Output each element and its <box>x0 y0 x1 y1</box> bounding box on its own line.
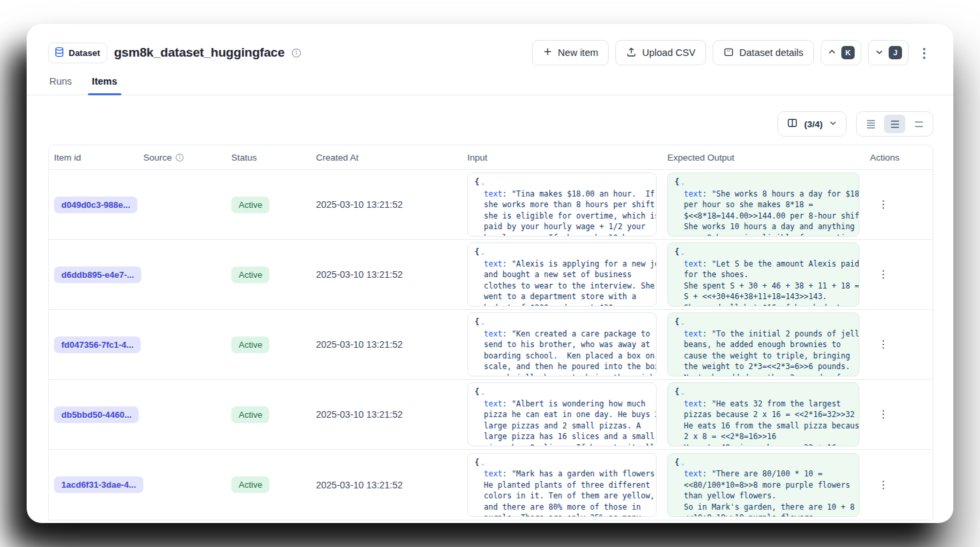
json-line: clothes to wear to the interview. She <box>475 280 649 292</box>
column-header-source[interactable]: Source <box>138 153 226 163</box>
json-colon: : <box>703 259 712 269</box>
json-line: So in Mark's garden, there are 10 + 8 = <box>675 502 852 513</box>
upload-csv-button[interactable]: Upload CSV <box>615 40 706 65</box>
row-height-large-button[interactable] <box>908 115 929 133</box>
actions-cell: ⋮ <box>865 335 933 354</box>
json-line: <<80/100*10=8>>8 more purple flowers <box>675 480 852 491</box>
column-header-item-id[interactable]: Item id <box>49 153 138 163</box>
json-value: "To the initial 2 pounds of jelly <box>711 329 859 338</box>
status-cell: Active <box>226 336 311 353</box>
output-cell-preview[interactable]: {⌄ text: "There are 80/100 * 10 = <<80/1… <box>667 453 859 517</box>
json-line: He eats 16 from the small pizza because <box>675 420 852 432</box>
column-header-expected-output[interactable]: Expected Output <box>662 153 865 163</box>
collapse-chevron-icon[interactable]: ⌄ <box>481 459 485 466</box>
created-at-value: 2025-03-10 13:21:52 <box>316 480 403 490</box>
row-height-medium-button[interactable] <box>884 115 905 133</box>
json-line: hourly wage. If she works 10 hours <box>475 233 649 237</box>
output-cell: {⌄ text: "Let S be the amount Alexis pai… <box>662 243 865 306</box>
row-actions-menu-button[interactable]: ⋮ <box>874 405 893 424</box>
output-cell-preview[interactable]: {⌄ text: "She works 8 hours a day for $1… <box>667 173 859 237</box>
columns-selector-button[interactable]: (3/4) <box>777 111 847 137</box>
columns-count-label: (3/4) <box>804 119 823 129</box>
collapse-chevron-icon[interactable]: ⌄ <box>481 318 485 326</box>
input-cell: {⌄ text: "Mark has a garden with flowers… <box>462 453 662 517</box>
json-key: text <box>475 259 503 269</box>
open-brace: { <box>475 317 479 326</box>
input-cell-preview[interactable]: {⌄ text: "Alexis is applying for a new j… <box>467 243 657 306</box>
collapse-chevron-icon[interactable]: ⌄ <box>481 179 485 186</box>
table-row: fd047356-7fc1-4...Active2025-03-10 13:21… <box>49 310 933 380</box>
json-value: "Albert is wondering how much <box>511 399 645 408</box>
json-line: the weight to 2*3=<<2*3=6>>6 pounds. <box>675 361 852 372</box>
header-more-menu-button[interactable]: ⋮ <box>915 40 933 65</box>
input-cell-preview[interactable]: {⌄ text: "Tina makes $18.00 an hour. If … <box>467 173 657 237</box>
archive-box-icon <box>723 47 734 59</box>
open-brace: { <box>675 458 679 467</box>
item-id-badge[interactable]: d049d0c3-988e... <box>54 197 137 213</box>
source-info-icon[interactable] <box>175 153 184 162</box>
json-line: pizza has 8 slices. If he eats it all <box>475 442 649 447</box>
json-value: "There are 80/100 * 10 = <box>711 469 822 478</box>
json-line: $<<8*18=144.00>>144.00 per 8-hour shift <box>675 211 852 222</box>
item-id-cell: fd047356-7fc1-4... <box>49 336 138 353</box>
prev-item-button[interactable]: K <box>821 40 861 65</box>
item-id-badge[interactable]: db5bbd50-4460... <box>54 406 139 423</box>
collapse-chevron-icon[interactable]: ⌄ <box>681 388 685 396</box>
collapse-chevron-icon[interactable]: ⌄ <box>681 249 685 256</box>
table-row: 1acd6f31-3dae-4...Active2025-03-10 13:21… <box>49 450 933 520</box>
item-id-cell: 1acd6f31-3dae-4... <box>49 476 138 493</box>
collapse-chevron-icon[interactable]: ⌄ <box>681 459 685 466</box>
row-actions-menu-button[interactable]: ⋮ <box>874 265 893 284</box>
open-brace: { <box>675 177 679 187</box>
table-row: db5bbd50-4460...Active2025-03-10 13:21:5… <box>49 380 933 450</box>
dataset-details-button[interactable]: Dataset details <box>713 40 814 65</box>
actions-cell: ⋮ <box>865 405 933 424</box>
created-at-value: 2025-03-10 13:21:52 <box>316 269 403 280</box>
json-line: S + <<+30+46+38+11+18=143>>143. <box>675 291 852 302</box>
json-line: pizzas because 2 x 16 = <<2*16=32>>32 <box>675 409 852 420</box>
json-key: text <box>675 189 703 199</box>
collapse-chevron-icon[interactable]: ⌄ <box>681 318 685 326</box>
input-cell-preview[interactable]: {⌄ text: "Ken created a care package to … <box>467 312 657 376</box>
input-cell: {⌄ text: "Albert is wondering how much p… <box>462 382 662 446</box>
output-cell-preview[interactable]: {⌄ text: "Let S be the amount Alexis pai… <box>667 243 859 306</box>
status-badge: Active <box>231 476 269 493</box>
json-line: colors in it. Ten of them are yellow, <box>475 490 649 502</box>
new-item-label: New item <box>558 47 598 58</box>
json-colon: : <box>703 189 712 199</box>
row-height-small-button[interactable] <box>860 115 881 133</box>
json-value: "Alexis is applying for a new job <box>511 259 657 269</box>
input-cell-preview[interactable]: {⌄ text: "Mark has a garden with flowers… <box>467 453 657 517</box>
row-actions-menu-button[interactable]: ⋮ <box>874 195 893 214</box>
row-actions-menu-button[interactable]: ⋮ <box>874 476 893 494</box>
open-brace: { <box>675 247 679 257</box>
column-header-created-at[interactable]: Created At <box>311 153 462 163</box>
created-at-cell: 2025-03-10 13:21:52 <box>311 339 462 350</box>
tab-runs[interactable]: Runs <box>48 76 73 95</box>
column-header-status[interactable]: Status <box>226 153 311 163</box>
title-info-icon[interactable] <box>291 48 301 58</box>
item-id-badge[interactable]: d6ddb895-e4e7-... <box>54 267 141 283</box>
collapse-chevron-icon[interactable]: ⌄ <box>681 179 685 186</box>
input-cell-preview[interactable]: {⌄ text: "Albert is wondering how much p… <box>467 382 657 446</box>
column-header-input[interactable]: Input <box>462 153 662 163</box>
collapse-chevron-icon[interactable]: ⌄ <box>481 249 485 256</box>
next-item-button[interactable]: J <box>868 40 909 65</box>
dataset-type-badge: Dataset <box>48 43 107 63</box>
row-actions-menu-button[interactable]: ⋮ <box>874 335 893 354</box>
tab-items[interactable]: Items <box>91 76 119 95</box>
output-cell-preview[interactable]: {⌄ text: "To the initial 2 pounds of jel… <box>667 312 859 376</box>
collapse-chevron-icon[interactable]: ⌄ <box>481 388 485 396</box>
json-line: scale, and then he poured into the box <box>475 361 649 372</box>
new-item-button[interactable]: New item <box>532 40 609 65</box>
json-line: than yellow flowers. <box>675 490 852 502</box>
json-open-brace-line: {⌄ <box>675 457 852 469</box>
open-brace: { <box>475 177 479 187</box>
json-line: pizza he can eat in one day. He buys 2 <box>475 409 649 420</box>
item-id-badge[interactable]: 1acd6f31-3dae-4... <box>54 476 143 493</box>
page-header: Dataset gsm8k_dataset_huggingface New it… <box>27 24 953 65</box>
output-cell: {⌄ text: "She works 8 hours a day for $1… <box>662 173 865 237</box>
json-open-brace-line: {⌄ <box>675 386 852 398</box>
item-id-badge[interactable]: fd047356-7fc1-4... <box>54 336 141 353</box>
output-cell-preview[interactable]: {⌄ text: "He eats 32 from the largest pi… <box>667 382 859 446</box>
